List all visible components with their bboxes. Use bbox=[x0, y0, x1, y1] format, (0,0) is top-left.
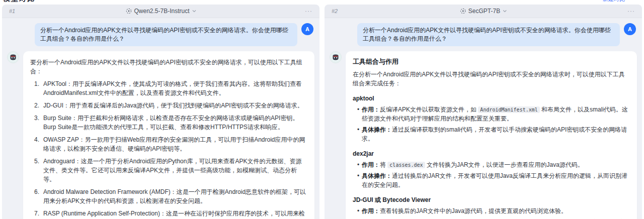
tool-heading: dex2jar bbox=[353, 149, 630, 158]
assistant-message-row: 工具组合与作用 在分析一个Android应用的APK文件以寻找硬编码的API密钥… bbox=[330, 51, 637, 219]
assistant-avatar bbox=[330, 51, 342, 63]
model-icon bbox=[460, 8, 466, 14]
panel-1: #1 Qwen2.5-7B-Instruct ··· 分析一个Android应用… bbox=[2, 5, 319, 219]
model-icon bbox=[125, 8, 131, 14]
inline-code: classes.dex bbox=[387, 162, 425, 168]
bullet-dot: • bbox=[355, 171, 362, 189]
bullet-op: • 具体操作：通过转换后的JAR文件，开发者可以使用Java反编译工具来分析应用… bbox=[353, 171, 630, 189]
top-right-link[interactable]: 新建对比 bbox=[603, 0, 625, 3]
item-text: Androguard：这是一个用于分析Android应用的Python库，可以用… bbox=[43, 157, 307, 184]
list-item: 2. JD-GUI：用于查看反编译后的Java源代码，便于我们找到硬编码的API… bbox=[34, 101, 307, 110]
user-message-row: 分析一个Android应用的APK文件以寻找硬编码的API密钥或不安全的网络请求… bbox=[330, 22, 637, 46]
inline-code: AndroidManifest.xml bbox=[478, 106, 539, 113]
comparison-panels: #1 Qwen2.5-7B-Instruct ··· 分析一个Android应用… bbox=[0, 5, 644, 219]
item-text: Burp Suite：用于拦截和分析网络请求，以检查是否存在不安全的网络请求或硬… bbox=[43, 114, 307, 132]
panel-2-body: 分析一个Android应用的APK文件以寻找硬编码的API密钥或不安全的网络请求… bbox=[325, 18, 642, 219]
bullet-op: • 具体操作：通过反编译获取到的smali代码，开发者可以手动搜索硬编码的API… bbox=[353, 125, 630, 143]
list-item: 4. OWASP ZAP：另一款用于扫描Web应用程序的安全漏洞的工具，可以用于… bbox=[34, 135, 307, 153]
item-number: 3. bbox=[34, 114, 43, 132]
tool-list: 1. APKTool：用于反编译APK文件，使其成为可读的格式，便于我们查看其内… bbox=[30, 79, 307, 219]
top-strip: 模型对比 新建对比 bbox=[0, 0, 644, 5]
panel-menu-button[interactable]: ··· bbox=[627, 8, 635, 15]
item-number: 7. bbox=[34, 209, 43, 219]
assistant-message-row: 要分析一个Android应用的APK文件以寻找硬编码的API密钥或不安全的网络请… bbox=[7, 51, 314, 219]
assistant-avatar bbox=[7, 51, 19, 63]
item-text: Android Malware Detection Framework (AMD… bbox=[43, 187, 307, 205]
item-text: RASP (Runtime Application Self-Protectio… bbox=[43, 209, 307, 219]
user-message-row: 分析一个Android应用的APK文件以寻找硬编码的API密钥或不安全的网络请求… bbox=[7, 22, 314, 46]
answer-heading: 工具组合与作用 bbox=[353, 57, 630, 67]
bullet-role: • 作用：查看转换后的JAR文件中的Java源代码，提供更直观的代码浏览体验。 bbox=[353, 206, 630, 215]
model-selector[interactable]: SecGPT-7B bbox=[460, 5, 507, 18]
bullet-text: 通过反编译获取到的smali代码，开发者可以手动搜索硬编码的API密钥或不安全的… bbox=[362, 126, 627, 142]
bullet-text: 文件转换为JAR文件，以便进一步查看应用的Java源代码。 bbox=[425, 161, 584, 168]
model-selector[interactable]: Qwen2.5-7B-Instruct bbox=[125, 5, 196, 18]
tool-heading: apktool bbox=[353, 94, 630, 103]
item-number: 4. bbox=[34, 135, 43, 153]
bullet-text: 通过转换后的JAR文件，开发者可以使用Java反编译工具来分析应用的逻辑，从而识… bbox=[362, 172, 627, 188]
tool-heading: JD-GUI 或 Bytecode Viewer bbox=[353, 195, 630, 204]
bullet-label: 作用： bbox=[362, 106, 380, 113]
bullet-dot: • bbox=[355, 206, 362, 215]
item-number: 2. bbox=[34, 101, 43, 110]
user-avatar[interactable]: A bbox=[301, 23, 313, 35]
panel-1-body: 分析一个Android应用的APK文件以寻找硬编码的API密钥或不安全的网络请求… bbox=[2, 18, 319, 219]
bullet-label: 作用： bbox=[362, 207, 380, 214]
chevron-down-icon bbox=[503, 10, 507, 13]
user-message-bubble: 分析一个Android应用的APK文件以寻找硬编码的API密钥或不安全的网络请求… bbox=[35, 23, 297, 46]
answer-intro: 在分析一个Android应用的APK文件以寻找硬编码的API密钥或不安全的网络请… bbox=[353, 70, 630, 88]
assistant-message-card: 要分析一个Android应用的APK文件以寻找硬编码的API密钥或不安全的网络请… bbox=[23, 51, 314, 219]
panel-2: #2 SecGPT-7B ··· 分析一个Android应用的APK文件以寻找硬… bbox=[325, 5, 642, 219]
bullet-role: • 作用：反编译APK文件以获取资源文件，如 AndroidManifest.x… bbox=[353, 105, 630, 123]
bullet-text: 将 bbox=[380, 161, 387, 168]
item-text: APKTool：用于反编译APK文件，使其成为可读的格式，便于我们查看其内容。这… bbox=[43, 79, 307, 97]
bullet-dot: • bbox=[355, 160, 362, 169]
item-text: JD-GUI：用于查看反编译后的Java源代码，便于我们找到硬编码的API密钥或… bbox=[43, 101, 307, 110]
robot-face-icon bbox=[9, 53, 17, 61]
bullet-label: 具体操作： bbox=[362, 172, 392, 179]
panel-menu-button[interactable]: ··· bbox=[305, 8, 312, 15]
list-item: 6. Android Malware Detection Framework (… bbox=[34, 187, 307, 205]
robot-face-icon bbox=[332, 53, 340, 61]
panel-index: #1 bbox=[9, 8, 15, 14]
bullet-dot: • bbox=[355, 125, 362, 143]
bullet-dot: • bbox=[355, 105, 362, 123]
assistant-message-card: 工具组合与作用 在分析一个Android应用的APK文件以寻找硬编码的API密钥… bbox=[346, 51, 637, 219]
item-number: 1. bbox=[34, 79, 43, 97]
model-name: Qwen2.5-7B-Instruct bbox=[134, 8, 189, 15]
page-title: 模型对比 bbox=[3, 0, 35, 4]
panel-2-header: #2 SecGPT-7B ··· bbox=[325, 5, 642, 18]
bullet-text: 反编译APK文件以获取资源文件，如 bbox=[380, 106, 478, 113]
panel-1-header: #1 Qwen2.5-7B-Instruct ··· bbox=[2, 5, 319, 18]
list-item: 5. Androguard：这是一个用于分析Android应用的Python库，… bbox=[34, 157, 307, 184]
list-item: 1. APKTool：用于反编译APK文件，使其成为可读的格式，便于我们查看其内… bbox=[34, 79, 307, 97]
bullet-label: 作用： bbox=[362, 161, 380, 168]
panel-index: #2 bbox=[332, 8, 338, 14]
item-number: 5. bbox=[34, 157, 43, 184]
item-number: 6. bbox=[34, 187, 43, 205]
bullet-label: 具体操作： bbox=[362, 126, 392, 133]
answer-intro: 要分析一个Android应用的APK文件以寻找硬编码的API密钥或不安全的网络请… bbox=[30, 58, 307, 76]
list-item: 7. RASP (Runtime Application Self-Protec… bbox=[34, 209, 307, 219]
item-text: OWASP ZAP：另一款用于扫描Web应用程序的安全漏洞的工具，可以用于扫描A… bbox=[43, 135, 307, 153]
bullet-text: 查看转换后的JAR文件中的Java源代码，提供更直观的代码浏览体验。 bbox=[380, 207, 567, 214]
chevron-down-icon bbox=[192, 10, 196, 13]
user-message-bubble: 分析一个Android应用的APK文件以寻找硬编码的API密钥或不安全的网络请求… bbox=[357, 23, 620, 46]
user-avatar[interactable]: A bbox=[624, 23, 636, 35]
model-name: SecGPT-7B bbox=[468, 8, 500, 15]
bullet-role: • 作用：将 classes.dex 文件转换为JAR文件，以便进一步查看应用的… bbox=[353, 160, 630, 169]
list-item: 3. Burp Suite：用于拦截和分析网络请求，以检查是否存在不安全的网络请… bbox=[34, 114, 307, 132]
